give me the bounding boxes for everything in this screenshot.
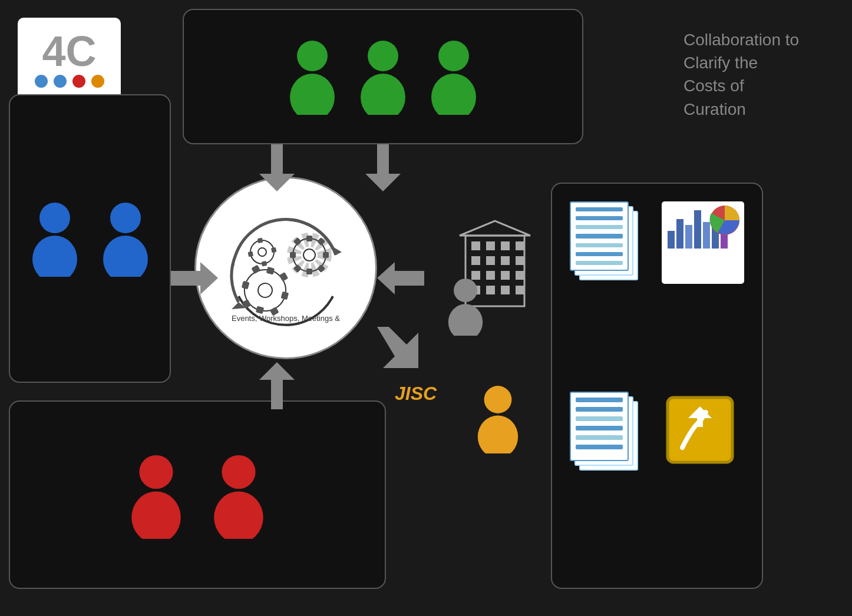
- orange-person-jisc: [471, 383, 524, 456]
- arrow-left-right: [377, 262, 424, 294]
- svg-point-70: [454, 279, 477, 302]
- svg-marker-51: [377, 327, 418, 368]
- svg-rect-32: [280, 291, 289, 299]
- svg-marker-49: [377, 262, 424, 294]
- svg-rect-42: [271, 247, 276, 252]
- road-sign-svg: [665, 395, 735, 465]
- dot-orange: [91, 75, 104, 88]
- blue-person-2: [96, 200, 155, 277]
- green-person-1: [283, 38, 342, 115]
- arrow-right-left: [171, 262, 218, 294]
- top-panel-green-people: [183, 9, 583, 144]
- collab-line3: Costs of: [683, 74, 799, 97]
- bottom-panel-red-people: [9, 400, 386, 589]
- green-person-3: [424, 38, 483, 115]
- svg-rect-54: [486, 241, 495, 250]
- red-person-2: [206, 451, 271, 539]
- collab-line4: Curation: [683, 98, 799, 121]
- center-circle: Events, Workshops, Meetings &: [194, 177, 377, 359]
- svg-rect-58: [486, 256, 495, 265]
- svg-point-4: [438, 41, 469, 71]
- dot-blue1: [35, 75, 48, 88]
- svg-rect-68: [516, 286, 524, 294]
- svg-point-11: [131, 492, 181, 539]
- svg-rect-67: [501, 286, 510, 294]
- svg-rect-31: [256, 306, 264, 314]
- svg-point-8: [110, 203, 141, 233]
- svg-point-71: [448, 304, 483, 336]
- svg-rect-33: [242, 280, 250, 289]
- svg-rect-56: [516, 241, 524, 250]
- dot-blue2: [54, 75, 67, 88]
- svg-rect-53: [471, 241, 480, 250]
- left-panel-blue-people: [9, 94, 171, 383]
- svg-rect-64: [516, 271, 524, 280]
- svg-point-13: [214, 492, 263, 539]
- svg-marker-50: [259, 362, 295, 409]
- svg-marker-69: [460, 221, 530, 236]
- svg-point-29: [256, 281, 273, 299]
- svg-point-39: [257, 247, 267, 256]
- green-person-2: [354, 38, 412, 115]
- svg-point-2: [368, 41, 398, 71]
- center-label: Events, Workshops, Meetings &: [226, 314, 346, 323]
- jisc-label: JISC: [395, 383, 437, 405]
- svg-point-72: [484, 386, 512, 413]
- svg-point-1: [290, 74, 335, 115]
- svg-point-7: [32, 236, 77, 277]
- svg-rect-60: [516, 256, 524, 265]
- collab-line1: Collaboration to: [683, 28, 799, 51]
- gray-person-institution: [442, 277, 489, 336]
- svg-point-3: [361, 74, 405, 115]
- svg-rect-35: [251, 264, 260, 274]
- arrow-down-2: [365, 144, 401, 191]
- svg-marker-47: [365, 144, 401, 191]
- svg-rect-43: [248, 251, 253, 256]
- collab-line2: Clarify the: [683, 51, 799, 74]
- svg-point-6: [39, 203, 70, 233]
- blue-person-1: [25, 200, 84, 277]
- red-person-1: [124, 451, 189, 539]
- svg-rect-55: [501, 241, 510, 250]
- institution-building: [436, 194, 554, 336]
- arrow-diagonal-down: [377, 327, 424, 374]
- svg-rect-34: [279, 272, 289, 281]
- logo-box: 4C: [18, 18, 121, 100]
- svg-marker-48: [171, 262, 218, 294]
- svg-point-18: [303, 249, 315, 261]
- doc-stack-1: [570, 201, 646, 284]
- svg-point-5: [431, 74, 476, 115]
- doc-stack-2: [570, 392, 646, 474]
- collab-text: Collaboration to Clarify the Costs of Cu…: [683, 28, 799, 121]
- arrow-up-bottom: [259, 362, 295, 409]
- svg-point-0: [297, 41, 328, 71]
- svg-marker-46: [259, 144, 295, 191]
- svg-rect-57: [471, 256, 480, 265]
- svg-rect-63: [501, 271, 510, 280]
- charts-area: [662, 201, 744, 284]
- orange-person-svg: [471, 383, 524, 453]
- logo-dots: [35, 75, 104, 88]
- svg-rect-59: [501, 256, 510, 265]
- right-panel-outputs: [551, 183, 763, 589]
- svg-rect-41: [262, 261, 267, 266]
- pie-chart-icon: [709, 204, 741, 237]
- svg-rect-40: [257, 237, 263, 243]
- arrow-down-1: [259, 144, 295, 191]
- svg-point-9: [103, 236, 148, 277]
- road-sign-icon: [662, 392, 738, 468]
- dot-red: [72, 75, 85, 88]
- svg-point-12: [222, 455, 255, 489]
- svg-point-10: [139, 455, 173, 489]
- logo-4c-text: 4C: [42, 30, 96, 72]
- svg-point-73: [478, 416, 518, 454]
- svg-rect-30: [266, 266, 275, 274]
